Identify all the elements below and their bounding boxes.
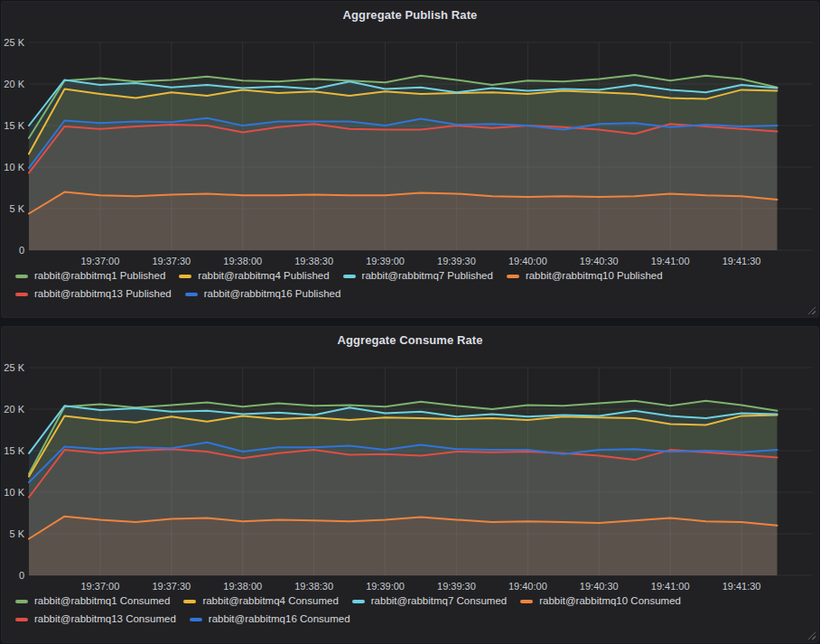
consume-rate-legend: rabbit@rabbitmq1 Consumedrabbit@rabbitmq… — [2, 591, 811, 627]
legend-label: rabbit@rabbitmq16 Consumed — [209, 611, 350, 627]
y-tick-label: 25 K — [4, 37, 24, 48]
y-tick-label: 25 K — [4, 362, 24, 373]
x-tick-label: 19:37:00 — [80, 256, 119, 266]
x-tick-label: 19:40:00 — [508, 256, 547, 266]
x-tick-label: 19:41:30 — [722, 256, 761, 266]
legend-label: rabbit@rabbitmq1 Published — [34, 268, 165, 284]
panel-consume-rate: Aggregate Consume Rate 05 K10 K15 K20 K2… — [1, 326, 819, 643]
chart-svg[interactable]: 05 K10 K15 K20 K25 K19:37:0019:37:3019:3… — [2, 354, 818, 591]
dashboard: Aggregate Publish Rate 05 K10 K15 K20 K2… — [0, 0, 820, 644]
legend-item[interactable]: rabbit@rabbitmq7 Published — [343, 268, 493, 284]
x-tick-label: 19:37:00 — [80, 581, 119, 591]
y-tick-label: 5 K — [9, 528, 24, 539]
legend-label: rabbit@rabbitmq4 Consumed — [202, 593, 338, 609]
x-tick-label: 19:39:00 — [366, 256, 405, 266]
x-tick-label: 19:39:30 — [437, 581, 476, 591]
x-tick-label: 19:38:00 — [223, 581, 262, 591]
legend-item[interactable]: rabbit@rabbitmq10 Consumed — [520, 593, 681, 609]
legend-swatch-icon — [15, 275, 28, 278]
legend-swatch-icon — [183, 600, 196, 603]
panel-resize-handle[interactable] — [807, 631, 815, 639]
legend-item[interactable]: rabbit@rabbitmq10 Published — [507, 268, 663, 284]
legend-swatch-icon — [507, 275, 519, 278]
x-tick-label: 19:37:30 — [152, 581, 191, 591]
legend-item[interactable]: rabbit@rabbitmq1 Consumed — [15, 593, 170, 609]
legend-item[interactable]: rabbit@rabbitmq1 Published — [15, 268, 165, 284]
x-tick-label: 19:38:00 — [223, 256, 262, 266]
x-tick-label: 19:38:30 — [294, 256, 333, 266]
legend-label: rabbit@rabbitmq1 Consumed — [34, 593, 170, 609]
legend-label: rabbit@rabbitmq13 Published — [34, 286, 172, 302]
legend-item[interactable]: rabbit@rabbitmq4 Published — [179, 268, 329, 284]
legend-swatch-icon — [15, 618, 28, 621]
consume-rate-chart[interactable]: 05 K10 K15 K20 K25 K19:37:0019:37:3019:3… — [2, 354, 818, 591]
publish-rate-chart[interactable]: 05 K10 K15 K20 K25 K19:37:0019:37:3019:3… — [2, 29, 818, 266]
y-tick-label: 20 K — [4, 404, 24, 415]
x-tick-label: 19:40:30 — [580, 581, 619, 591]
legend-item[interactable]: rabbit@rabbitmq7 Consumed — [352, 593, 507, 609]
series-fill — [29, 118, 778, 250]
y-tick-label: 0 — [19, 570, 24, 581]
legend-swatch-icon — [15, 600, 28, 603]
y-tick-label: 15 K — [4, 120, 24, 131]
legend-label: rabbit@rabbitmq16 Published — [204, 286, 341, 302]
legend-swatch-icon — [190, 618, 202, 621]
legend-swatch-icon — [352, 600, 365, 603]
y-tick-label: 5 K — [9, 203, 24, 214]
publish-rate-legend: rabbit@rabbitmq1 Publishedrabbit@rabbitm… — [2, 266, 811, 302]
y-tick-label: 10 K — [4, 487, 24, 498]
y-tick-label: 20 K — [4, 79, 24, 89]
panel-resize-handle[interactable] — [807, 306, 815, 314]
x-tick-label: 19:41:30 — [722, 581, 761, 591]
legend-swatch-icon — [343, 275, 356, 278]
series-fill — [29, 443, 778, 575]
x-tick-label: 19:40:00 — [508, 581, 547, 591]
panel-publish-rate: Aggregate Publish Rate 05 K10 K15 K20 K2… — [1, 1, 819, 318]
y-tick-label: 15 K — [4, 445, 24, 456]
x-tick-label: 19:40:30 — [580, 256, 619, 266]
legend-swatch-icon — [520, 600, 533, 603]
legend-label: rabbit@rabbitmq7 Published — [362, 268, 493, 284]
x-tick-label: 19:41:00 — [651, 256, 690, 266]
legend-item[interactable]: rabbit@rabbitmq16 Published — [185, 286, 341, 302]
y-tick-label: 10 K — [4, 162, 24, 173]
legend-label: rabbit@rabbitmq13 Consumed — [34, 611, 176, 627]
x-tick-label: 19:41:00 — [651, 581, 690, 591]
legend-swatch-icon — [15, 293, 28, 296]
legend-label: rabbit@rabbitmq7 Consumed — [371, 593, 507, 609]
x-tick-label: 19:39:30 — [437, 256, 476, 266]
chart-svg[interactable]: 05 K10 K15 K20 K25 K19:37:0019:37:3019:3… — [2, 29, 818, 266]
legend-item[interactable]: rabbit@rabbitmq13 Published — [15, 286, 172, 302]
x-tick-label: 19:38:30 — [294, 581, 333, 591]
x-tick-label: 19:39:00 — [366, 581, 405, 591]
legend-swatch-icon — [185, 293, 198, 296]
x-tick-label: 19:37:30 — [152, 256, 191, 266]
y-tick-label: 0 — [19, 245, 24, 256]
legend-item[interactable]: rabbit@rabbitmq4 Consumed — [183, 593, 338, 609]
panel-title-publish-rate[interactable]: Aggregate Publish Rate — [2, 2, 818, 29]
legend-label: rabbit@rabbitmq10 Consumed — [539, 593, 681, 609]
legend-item[interactable]: rabbit@rabbitmq13 Consumed — [15, 611, 176, 627]
panel-title-consume-rate[interactable]: Aggregate Consume Rate — [2, 327, 818, 354]
legend-label: rabbit@rabbitmq10 Published — [526, 268, 663, 284]
legend-swatch-icon — [179, 275, 191, 278]
legend-label: rabbit@rabbitmq4 Published — [198, 268, 329, 284]
legend-item[interactable]: rabbit@rabbitmq16 Consumed — [190, 611, 350, 627]
